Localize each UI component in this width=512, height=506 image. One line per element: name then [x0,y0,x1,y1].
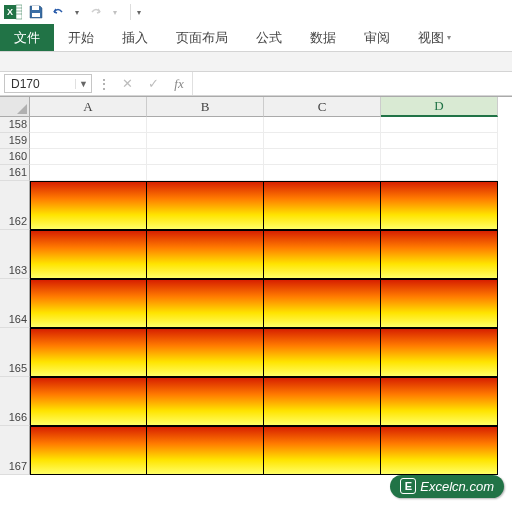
cell[interactable] [147,328,264,377]
cell[interactable] [264,133,381,149]
cell[interactable] [30,426,147,475]
tab-file[interactable]: 文件 [0,24,54,51]
row-header[interactable]: 166 [0,377,30,426]
svg-rect-7 [32,13,40,17]
undo-dropdown-icon[interactable]: ▾ [72,4,82,20]
cell[interactable] [264,426,381,475]
cell[interactable] [264,377,381,426]
tab-label: 数据 [310,29,336,47]
tab-label: 开始 [68,29,94,47]
ribbon-body-collapsed [0,52,512,72]
watermark-text: Excelcn.com [420,479,494,494]
tab-label: 插入 [122,29,148,47]
tab-label: 文件 [14,29,40,47]
name-box-dropdown-icon[interactable]: ▼ [75,79,91,89]
row-header[interactable]: 167 [0,426,30,475]
select-all-corner[interactable] [0,97,30,117]
cell[interactable] [30,149,147,165]
cancel-button: ✕ [114,72,140,95]
row-header[interactable]: 163 [0,230,30,279]
column-header[interactable]: D [381,97,498,117]
column-header[interactable]: C [264,97,381,117]
column-header[interactable]: B [147,97,264,117]
cell[interactable] [30,230,147,279]
svg-text:X: X [7,7,13,17]
cell[interactable] [147,117,264,133]
cell[interactable] [264,279,381,328]
cell[interactable] [147,181,264,230]
formula-input[interactable] [192,72,512,95]
qat-customize-icon[interactable]: ▾ [130,4,140,20]
cell[interactable] [147,149,264,165]
cell[interactable] [30,117,147,133]
tab-formula[interactable]: 公式 [242,24,296,51]
row-header[interactable]: 158 [0,117,30,133]
row-header[interactable]: 159 [0,133,30,149]
redo-button[interactable] [88,4,104,20]
watermark-badge: E Excelcn.com [390,475,504,498]
row-header[interactable]: 162 [0,181,30,230]
tab-review[interactable]: 审阅 [350,24,404,51]
save-icon[interactable] [28,4,44,20]
cell[interactable] [147,426,264,475]
cell[interactable] [147,279,264,328]
cell[interactable] [381,117,498,133]
fx-label: fx [174,76,183,92]
excel-app-icon: X [4,3,22,21]
row-header[interactable]: 160 [0,149,30,165]
cell[interactable] [264,230,381,279]
cell[interactable] [264,117,381,133]
tab-layout[interactable]: 页面布局 [162,24,242,51]
cell[interactable] [30,165,147,181]
cell[interactable] [381,149,498,165]
tab-view[interactable]: 视图▾ [404,24,465,51]
undo-button[interactable] [50,4,66,20]
cell[interactable] [147,165,264,181]
row-header[interactable]: 165 [0,328,30,377]
cell[interactable] [381,181,498,230]
cell[interactable] [381,377,498,426]
spreadsheet-grid[interactable]: A B C D 158 159 160 161 162 163 164 165 … [0,96,512,475]
svg-rect-2 [16,5,22,19]
cell[interactable] [30,181,147,230]
cell[interactable] [264,165,381,181]
tab-insert[interactable]: 插入 [108,24,162,51]
cell[interactable] [381,328,498,377]
chevron-down-icon: ▾ [447,33,451,42]
cell[interactable] [30,133,147,149]
redo-dropdown-icon[interactable]: ▾ [110,4,120,20]
svg-rect-6 [32,6,39,10]
cell[interactable] [264,181,381,230]
tab-label: 审阅 [364,29,390,47]
cell[interactable] [381,279,498,328]
formula-bar: D170 ▼ ⋮ ✕ ✓ fx [0,72,512,96]
fx-button[interactable]: fx [166,72,192,95]
row-header[interactable]: 161 [0,165,30,181]
cell[interactable] [264,149,381,165]
row-header[interactable]: 164 [0,279,30,328]
tab-label: 公式 [256,29,282,47]
name-box-value: D170 [5,77,75,91]
cell[interactable] [147,377,264,426]
cell[interactable] [147,230,264,279]
tab-label: 视图 [418,29,444,47]
cell[interactable] [381,426,498,475]
cell[interactable] [264,328,381,377]
tab-data[interactable]: 数据 [296,24,350,51]
cell[interactable] [381,165,498,181]
ribbon-tabs: 文件 开始 插入 页面布局 公式 数据 审阅 视图▾ [0,24,512,52]
watermark-icon: E [400,478,416,494]
cell[interactable] [381,133,498,149]
cell[interactable] [30,328,147,377]
tab-home[interactable]: 开始 [54,24,108,51]
cell[interactable] [30,279,147,328]
cell[interactable] [381,230,498,279]
formula-bar-separator: ⋮ [94,72,114,95]
cell[interactable] [147,133,264,149]
cell[interactable] [30,377,147,426]
tab-label: 页面布局 [176,29,228,47]
enter-button: ✓ [140,72,166,95]
column-header[interactable]: A [30,97,147,117]
title-bar: X ▾ ▾ ▾ [0,0,512,24]
name-box[interactable]: D170 ▼ [4,74,92,93]
